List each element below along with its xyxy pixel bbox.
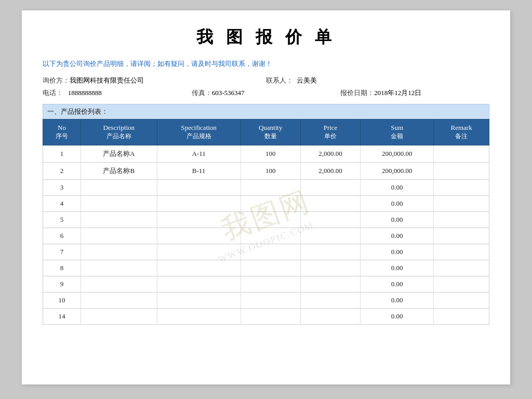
- col-spec: Specification产品规格: [157, 119, 241, 145]
- fax: 传真：603-536347: [192, 88, 341, 98]
- date-label: 报价日期：: [340, 89, 374, 97]
- col-sum: Sum金额: [361, 119, 434, 145]
- cell-desc: [81, 212, 157, 228]
- col-qty: Quantity数量: [241, 119, 300, 145]
- cell-spec: [157, 244, 241, 260]
- cell-remark: [434, 196, 489, 212]
- product-table: No序号 Description产品名称 Specification产品规格 Q…: [43, 119, 489, 325]
- contact-label: 联系人：: [266, 76, 293, 84]
- cell-desc: 产品名称B: [81, 163, 157, 180]
- cell-spec: A-11: [157, 145, 241, 163]
- cell-price: 2,000.00: [300, 163, 360, 180]
- cell-sum: 0.00: [361, 196, 434, 212]
- cell-qty: [241, 260, 300, 276]
- cell-qty: [241, 228, 300, 244]
- cell-desc: [81, 309, 157, 325]
- section-title: 一、产品报价列表：: [43, 104, 489, 119]
- inquiry-party-value: 我图网科技有限责任公司: [70, 76, 144, 84]
- table-row: 1产品名称AA-111002,000.00200,000.00: [43, 145, 489, 163]
- table-row: 50.00: [43, 212, 489, 228]
- col-desc: Description产品名称: [81, 119, 157, 145]
- cell-remark: [434, 228, 489, 244]
- cell-spec: [157, 228, 241, 244]
- contact-person: 联系人： 云美美: [266, 76, 489, 85]
- col-price: Price单价: [300, 119, 360, 145]
- cell-desc: [81, 180, 157, 196]
- cell-sum: 0.00: [361, 309, 434, 325]
- cell-sum: 0.00: [361, 244, 434, 260]
- cell-no: 6: [43, 228, 81, 244]
- cell-qty: [241, 244, 300, 260]
- cell-price: [300, 244, 360, 260]
- cell-desc: 产品名称A: [81, 145, 157, 163]
- col-remark: Remark备注: [434, 119, 489, 145]
- cell-desc: [81, 244, 157, 260]
- col-no: No序号: [43, 119, 81, 145]
- cell-desc: [81, 276, 157, 292]
- cell-sum: 200,000.00: [361, 145, 434, 163]
- cell-remark: [434, 180, 489, 196]
- table-row: 80.00: [43, 260, 489, 276]
- product-table-wrapper: 我图网 WWW.OOOPIC.COM No序号 Description产品名称 …: [43, 119, 489, 325]
- cell-remark: [434, 244, 489, 260]
- inquiry-party: 询价方：我图网科技有限责任公司: [43, 76, 266, 85]
- cell-price: [300, 228, 360, 244]
- cell-sum: 0.00: [361, 212, 434, 228]
- cell-qty: [241, 196, 300, 212]
- inquiry-party-label: 询价方：: [43, 76, 70, 84]
- table-row: 60.00: [43, 228, 489, 244]
- table-row: 100.00: [43, 292, 489, 309]
- cell-spec: [157, 212, 241, 228]
- meta-row-2: 电话： 1888888888 传真：603-536347 报价日期：2018年1…: [43, 88, 489, 98]
- cell-remark: [434, 260, 489, 276]
- cell-price: 2,000.00: [300, 145, 360, 163]
- cell-price: [300, 212, 360, 228]
- cell-qty: [241, 292, 300, 309]
- cell-qty: [241, 180, 300, 196]
- cell-remark: [434, 145, 489, 163]
- cell-price: [300, 180, 360, 196]
- cell-spec: [157, 309, 241, 325]
- cell-remark: [434, 276, 489, 292]
- cell-spec: [157, 196, 241, 212]
- cell-spec: [157, 260, 241, 276]
- cell-no: 3: [43, 180, 81, 196]
- cell-price: [300, 309, 360, 325]
- cell-price: [300, 292, 360, 309]
- cell-sum: 200,000.00: [361, 163, 434, 180]
- cell-sum: 0.00: [361, 180, 434, 196]
- cell-price: [300, 196, 360, 212]
- table-header-row: No序号 Description产品名称 Specification产品规格 Q…: [43, 119, 489, 145]
- cell-qty: [241, 212, 300, 228]
- cell-remark: [434, 292, 489, 309]
- cell-no: 1: [43, 145, 81, 163]
- cell-no: 4: [43, 196, 81, 212]
- cell-price: [300, 260, 360, 276]
- table-row: 30.00: [43, 180, 489, 196]
- cell-sum: 0.00: [361, 228, 434, 244]
- phone: 电话： 1888888888: [43, 88, 192, 98]
- table-row: 70.00: [43, 244, 489, 260]
- fax-label: 传真：: [192, 89, 212, 97]
- cell-desc: [81, 260, 157, 276]
- cell-no: 5: [43, 212, 81, 228]
- cell-qty: [241, 276, 300, 292]
- cell-price: [300, 276, 360, 292]
- cell-no: 14: [43, 309, 81, 325]
- cell-spec: [157, 180, 241, 196]
- meta-row-1: 询价方：我图网科技有限责任公司 联系人： 云美美: [43, 76, 489, 85]
- cell-no: 9: [43, 276, 81, 292]
- cell-desc: [81, 196, 157, 212]
- table-row: 90.00: [43, 276, 489, 292]
- table-row: 40.00: [43, 196, 489, 212]
- cell-remark: [434, 163, 489, 180]
- document-page: 我 图 报 价 单 以下为贵公司询价产品明细，请详阅；如有疑问，请及时与我司联系…: [22, 10, 510, 384]
- fax-value: 603-536347: [212, 89, 245, 97]
- cell-spec: [157, 292, 241, 309]
- phone-value: 1888888888: [68, 89, 102, 97]
- cell-sum: 0.00: [361, 292, 434, 309]
- table-row: 140.00: [43, 309, 489, 325]
- cell-spec: [157, 276, 241, 292]
- table-row: 2产品名称BB-111002,000.00200,000.00: [43, 163, 489, 180]
- intro-text: 以下为贵公司询价产品明细，请详阅；如有疑问，请及时与我司联系，谢谢！: [43, 59, 489, 69]
